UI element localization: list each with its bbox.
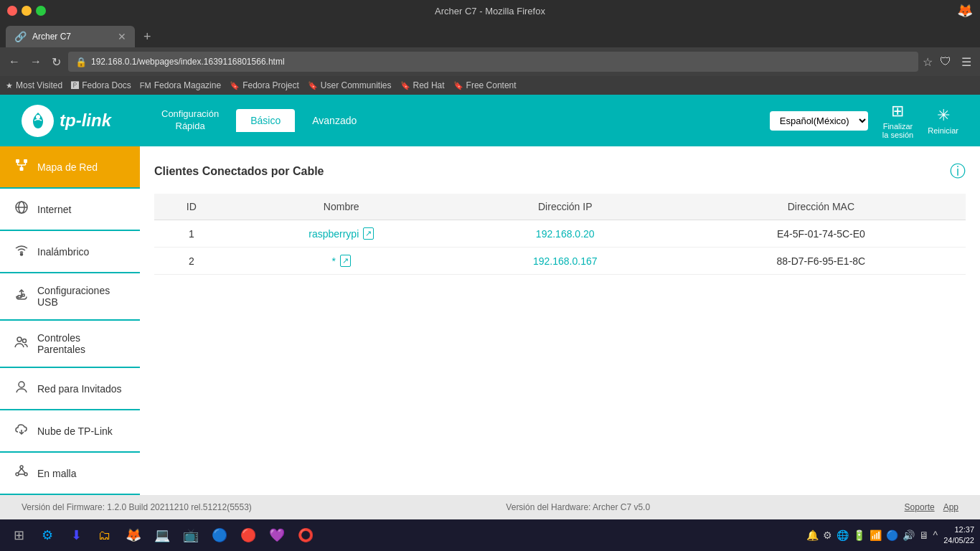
app-footer: Versión del Firmware: 1.2.0 Build 202112…	[0, 495, 980, 519]
sidebar-item-label: Red para Invitados	[37, 383, 122, 395]
sidebar-item-configuraciones-usb[interactable]: Configuraciones USB	[0, 273, 140, 319]
taskbar-apps-button[interactable]: ⊞	[6, 522, 32, 548]
sidebar: Mapa de Red Internet Inalámbrico Configu…	[0, 146, 140, 495]
col-header-mac: Dirección MAC	[677, 194, 966, 220]
cell-ip[interactable]: 192.168.0.167	[533, 255, 598, 267]
external-link-icon[interactable]: ↗	[363, 227, 374, 240]
sidebar-item-nube-tplink[interactable]: Nube de TP-Link	[0, 410, 140, 451]
arrow-icon[interactable]: ^	[933, 529, 938, 541]
hardware-version: Versión del Hardware: Archer C7 v5.0	[506, 502, 650, 512]
body-area: Mapa de Red Internet Inalámbrico Configu…	[0, 146, 980, 495]
table-row: 2* ↗192.168.0.16788-D7-F6-95-E1-8C	[154, 248, 966, 275]
name-text: *	[332, 255, 336, 267]
taskbar-terminal-icon[interactable]: 💻	[149, 522, 175, 548]
nav-bar: ← → ↻ 🔒 192.168.0.1/webpages/index.16391…	[0, 47, 980, 76]
bookmark-fedora-docs[interactable]: 🅿 Fedora Docs	[71, 80, 131, 90]
window-title: Archer C7 - Mozilla Firefox	[435, 6, 545, 17]
menu-button[interactable]: ☰	[958, 52, 974, 72]
app-link[interactable]: App	[943, 502, 958, 512]
maximize-button[interactable]	[36, 6, 46, 16]
bookmark-label: Red Hat	[413, 80, 445, 90]
sidebar-item-controles-parentales[interactable]: Controles Parentales	[0, 321, 140, 367]
taskbar-settings-icon[interactable]: ⚙	[34, 522, 60, 548]
volume-icon[interactable]: 🔊	[903, 529, 915, 541]
taskbar-files-icon[interactable]: 🗂	[92, 522, 118, 548]
tplink-header: tp-link ConfiguraciónRápida Básico Avanz…	[0, 95, 980, 146]
bookmark-label: User Communities	[321, 80, 392, 90]
tab-close-button[interactable]: ✕	[118, 31, 126, 42]
cell-id: 2	[154, 248, 229, 275]
tab-title: Archer C7	[32, 32, 71, 42]
restart-button[interactable]: ✳ Reiniciar	[928, 106, 958, 135]
internet-icon	[14, 200, 29, 218]
close-button[interactable]	[7, 6, 17, 16]
time-text: 12:37	[943, 524, 974, 535]
external-link-icon[interactable]: ↗	[340, 255, 351, 267]
bookmark-label: Fedora Project	[242, 80, 299, 90]
sidebar-item-internet[interactable]: Internet	[0, 189, 140, 230]
notification-icon[interactable]: 🔔	[806, 529, 819, 541]
nav-tabs: ConfiguraciónRápida Básico Avanzado	[147, 103, 371, 138]
connected-clients-table: ID Nombre Dirección IP Dirección MAC 1ra…	[154, 194, 966, 275]
taskbar-icon-10[interactable]: ⭕	[293, 522, 319, 548]
bookmark-user-communities[interactable]: 🔖 User Communities	[308, 80, 392, 90]
bluetooth-icon[interactable]: 🔵	[886, 529, 898, 541]
taskbar-firefox-icon[interactable]: 🦊	[121, 522, 146, 548]
sidebar-item-red-invitados[interactable]: Red para Invitados	[0, 368, 140, 409]
taskbar-icon-8[interactable]: 🔴	[235, 522, 261, 548]
folder-icon: 🔖	[400, 81, 410, 90]
taskbar-icon-7[interactable]: 🔵	[207, 522, 232, 548]
star-icon: ★	[6, 81, 13, 90]
display-icon[interactable]: 🖥	[919, 529, 929, 541]
reload-button[interactable]: ↻	[49, 52, 64, 72]
battery-icon[interactable]: 🔋	[853, 529, 865, 541]
taskbar-media-icon[interactable]: 📺	[178, 522, 204, 548]
browser-tab-active[interactable]: 🔗 Archer C7 ✕	[6, 26, 135, 47]
restart-icon: ✳	[937, 106, 950, 125]
cell-mac: 88-D7-F6-95-E1-8C	[677, 248, 966, 275]
bookmark-red-hat[interactable]: 🔖 Red Hat	[400, 80, 445, 90]
svg-rect-2	[16, 159, 19, 163]
forward-button[interactable]: →	[27, 52, 44, 71]
bookmark-fedora-magazine[interactable]: FM Fedora Magazine	[140, 80, 221, 90]
settings-icon[interactable]: ⚙	[823, 529, 832, 541]
address-bar[interactable]: 🔒 192.168.0.1/webpages/index.16391168015…	[68, 52, 918, 72]
tab-basico[interactable]: Básico	[236, 109, 295, 132]
restart-label: Reiniciar	[928, 126, 958, 135]
cell-id: 1	[154, 220, 229, 248]
bookmark-most-visited[interactable]: ★ Most Visited	[6, 80, 62, 90]
taskbar-download-icon[interactable]: ⬇	[63, 522, 89, 548]
sidebar-item-mapa-red[interactable]: Mapa de Red	[0, 146, 140, 187]
sidebar-item-inalambrico[interactable]: Inalámbrico	[0, 231, 140, 272]
back-button[interactable]: ←	[6, 52, 23, 71]
finalize-session-button[interactable]: ⊞ Finalizarla sesión	[882, 102, 913, 139]
taskbar-icon-9[interactable]: 💜	[264, 522, 290, 548]
tab-config-rapida[interactable]: ConfiguraciónRápida	[147, 103, 233, 138]
language-select[interactable]: Español(México) English	[770, 111, 868, 131]
new-tab-button[interactable]: +	[138, 27, 157, 47]
parental-icon	[14, 335, 29, 353]
shield-button[interactable]: 🛡	[937, 52, 954, 71]
sidebar-item-label: Internet	[37, 204, 71, 215]
wifi-status-icon[interactable]: 📶	[870, 529, 882, 541]
bookmark-label: Most Visited	[16, 80, 62, 90]
sidebar-item-label: Nube de TP-Link	[37, 425, 113, 437]
tab-avanzado[interactable]: Avanzado	[298, 109, 371, 132]
sidebar-item-label: Mapa de Red	[37, 161, 98, 173]
title-bar: Archer C7 - Mozilla Firefox 🦊	[0, 0, 980, 22]
folder-icon: 🔖	[308, 81, 318, 90]
support-link[interactable]: Soporte	[905, 502, 935, 512]
sidebar-item-en-malla[interactable]: En malla	[0, 453, 140, 494]
window-controls[interactable]	[7, 6, 46, 16]
bookmark-star-button[interactable]: ☆	[923, 55, 933, 69]
bookmark-free-content[interactable]: 🔖 Free Content	[453, 80, 517, 90]
tab-favicon: 🔗	[14, 31, 27, 42]
minimize-button[interactable]	[22, 6, 32, 16]
network-icon[interactable]: 🌐	[837, 529, 849, 541]
url-text: 192.168.0.1/webpages/index.1639116801566…	[91, 57, 285, 67]
taskbar: ⊞ ⚙ ⬇ 🗂 🦊 💻 📺 🔵 🔴 💜 ⭕ 🔔 ⚙ 🌐 🔋 📶 🔵 🔊 🖥 ^ …	[0, 519, 980, 551]
help-icon[interactable]: ⓘ	[950, 161, 966, 182]
fedora-magazine-icon: FM	[140, 81, 151, 90]
bookmark-fedora-project[interactable]: 🔖 Fedora Project	[230, 80, 299, 90]
cell-ip[interactable]: 192.168.0.20	[536, 228, 595, 240]
